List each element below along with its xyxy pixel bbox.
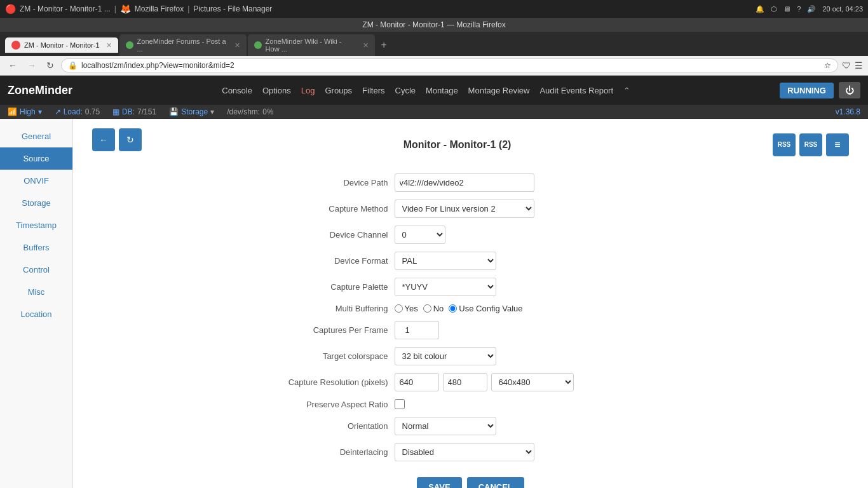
browser-title-bar: ZM - Monitor - Monitor-1 — Mozilla Firef… xyxy=(0,18,868,32)
reload-button[interactable]: ↻ xyxy=(43,58,57,72)
zm-nav: Console Options Log Groups Filters Cycle… xyxy=(222,86,630,95)
tab-close-3[interactable]: ✕ xyxy=(363,41,369,50)
captures-per-frame-input[interactable] xyxy=(395,321,439,339)
save-button[interactable]: SAVE xyxy=(417,477,461,488)
sidebar-item-timestamp[interactable]: Timestamp xyxy=(0,214,72,236)
storage-status[interactable]: 💾 Storage ▾ xyxy=(169,107,214,116)
device-channel-select[interactable]: 0 1 2 3 xyxy=(395,226,445,244)
rss2-button[interactable]: RSS xyxy=(799,133,822,156)
tab-bar: ZM - Monitor - Monitor-1 ✕ ZoneMinder Fo… xyxy=(0,32,868,56)
sidebar-item-control[interactable]: Control xyxy=(0,259,72,281)
tab-close-2[interactable]: ✕ xyxy=(234,41,240,50)
multi-buffering-label: Multi Buffering xyxy=(248,304,388,313)
deinterlacing-row: Deinterlacing Disabled Enabled 4 field B… xyxy=(248,443,693,461)
sidebar: General Source ONVIF Storage Timestamp B… xyxy=(0,119,73,488)
tab-wiki[interactable]: ZoneMinder Wiki - Wiki - How ... ✕ xyxy=(248,34,375,56)
multi-buffering-yes-radio[interactable] xyxy=(395,304,403,313)
preserve-aspect-checkbox[interactable] xyxy=(395,399,405,409)
nav-log[interactable]: Log xyxy=(301,86,315,95)
rss1-button[interactable]: RSS xyxy=(773,133,796,156)
sidebar-item-misc[interactable]: Misc xyxy=(0,281,72,303)
nav-cycle[interactable]: Cycle xyxy=(395,86,416,95)
bookmark-icon[interactable]: ☆ xyxy=(824,61,831,70)
nav-options[interactable]: Options xyxy=(262,86,291,95)
forward-button[interactable]: → xyxy=(24,58,39,72)
new-tab-button[interactable]: + xyxy=(376,39,392,51)
target-colorspace-select[interactable]: 32 bit colour 24 bit colour 8 bit grey xyxy=(395,347,496,365)
capture-resolution-row: Capture Resolution (pixels) 640x480 320x… xyxy=(248,373,693,391)
form-actions: SAVE CANCEL xyxy=(248,477,693,488)
resolution-width-input[interactable] xyxy=(395,373,439,391)
os-display-icon: 🖥 xyxy=(783,5,790,13)
tab-zm-monitor[interactable]: ZM - Monitor - Monitor-1 ✕ xyxy=(5,37,118,53)
multi-buffering-no-label[interactable]: No xyxy=(423,304,444,313)
db-icon: ▦ xyxy=(112,107,119,116)
page-title: Monitor - Monitor-1 (2) xyxy=(403,139,512,150)
target-colorspace-label: Target colorspace xyxy=(248,351,388,361)
nav-groups[interactable]: Groups xyxy=(325,86,352,95)
multi-buffering-config-label[interactable]: Use Config Value xyxy=(449,304,522,313)
list-button[interactable]: ≡ xyxy=(826,133,849,156)
shm-label: /dev/shm: xyxy=(227,107,260,116)
back-page-button[interactable]: ← xyxy=(92,128,115,151)
nav-filters[interactable]: Filters xyxy=(362,86,384,95)
storage-icon: 💾 xyxy=(169,107,179,116)
device-format-select[interactable]: PAL NTSC SECAM xyxy=(395,252,496,270)
os-bluetooth-icon: ⬡ xyxy=(771,5,777,13)
multi-buffering-group: Yes No Use Config Value xyxy=(395,304,523,313)
power-button[interactable]: ⏻ xyxy=(839,82,860,98)
device-path-input[interactable] xyxy=(395,173,534,192)
priority-selector[interactable]: 📶 High ▾ xyxy=(8,107,42,116)
nav-console[interactable]: Console xyxy=(222,86,252,95)
signal-icon: 📶 xyxy=(8,107,17,116)
multi-buffering-no-radio[interactable] xyxy=(423,304,431,313)
sidebar-item-general[interactable]: General xyxy=(0,125,72,147)
tab-label-1: ZM - Monitor - Monitor-1 xyxy=(24,41,100,49)
capture-palette-select[interactable]: *YUYV RGB24 RGB32 YUYV UYVY GREY JPEG xyxy=(395,278,496,296)
target-colorspace-row: Target colorspace 32 bit colour 24 bit c… xyxy=(248,347,693,365)
shield-button[interactable]: 🛡 xyxy=(842,60,851,71)
tab-close-1[interactable]: ✕ xyxy=(106,41,112,50)
deinterlacing-select[interactable]: Disabled Enabled 4 field Bob Weave xyxy=(395,443,534,461)
multi-buffering-config-radio[interactable] xyxy=(449,304,457,313)
cancel-button[interactable]: CANCEL xyxy=(467,477,524,488)
menu-button[interactable]: ☰ xyxy=(855,60,863,71)
preserve-aspect-row: Preserve Aspect Ratio xyxy=(248,399,693,409)
capture-method-select[interactable]: Video For Linux version 2 Video For Linu… xyxy=(395,200,534,218)
resolution-height-input[interactable] xyxy=(443,373,487,391)
tab-forums[interactable]: ZoneMinder Forums - Post a ... ✕ xyxy=(119,34,247,56)
os-bar: 🔴 ZM - Monitor - Monitor-1 ... | 🦊 Mozil… xyxy=(0,0,868,18)
shm-status: /dev/shm: 0% xyxy=(227,107,273,116)
nav-collapse-icon[interactable]: ⌃ xyxy=(623,86,630,95)
os-browser-name: Mozilla Firefox xyxy=(135,4,184,13)
back-button[interactable]: ← xyxy=(5,58,20,72)
url-bar[interactable]: 🔒 localhost/zm/index.php?view=monitor&mi… xyxy=(61,58,838,72)
refresh-page-button[interactable]: ↻ xyxy=(119,128,142,151)
sidebar-item-location[interactable]: Location xyxy=(0,303,72,325)
os-volume-icon: 🔊 xyxy=(807,5,816,13)
sidebar-item-buffers[interactable]: Buffers xyxy=(0,236,72,259)
load-value: 0.75 xyxy=(85,107,100,116)
ff-icon: 🦊 xyxy=(120,4,131,14)
nav-montage[interactable]: Montage xyxy=(426,86,458,95)
running-button[interactable]: RUNNING xyxy=(780,83,834,98)
capture-palette-row: Capture Palette *YUYV RGB24 RGB32 YUYV U… xyxy=(248,278,693,296)
zm-status-bar: 📶 High ▾ ↗ Load: 0.75 ▦ DB: 7/151 💾 Stor… xyxy=(0,105,868,119)
sidebar-item-onvif[interactable]: ONVIF xyxy=(0,170,72,192)
zm-logo: ZoneMinder xyxy=(8,84,72,97)
zm-version: v1.36.8 xyxy=(836,107,860,116)
nav-montage-review[interactable]: Montage Review xyxy=(468,86,530,95)
sidebar-item-source[interactable]: Source xyxy=(0,147,72,170)
nav-bar: ← → ↻ 🔒 localhost/zm/index.php?view=moni… xyxy=(0,56,868,76)
multi-buffering-yes-label[interactable]: Yes xyxy=(395,304,418,313)
monitor-form: Device Path Capture Method Video For Lin… xyxy=(248,173,693,488)
tab-label-2: ZoneMinder Forums - Post a ... xyxy=(137,37,228,53)
capture-resolution-label: Capture Resolution (pixels) xyxy=(248,377,388,387)
nav-audit-events[interactable]: Audit Events Report xyxy=(539,86,613,95)
captures-per-frame-row: Captures Per Frame xyxy=(248,321,693,339)
browser-chrome: ZM - Monitor - Monitor-1 — Mozilla Firef… xyxy=(0,18,868,76)
captures-per-frame-spinner xyxy=(395,321,439,339)
orientation-select[interactable]: Normal Rotate 90° Rotate 180° Rotate 270… xyxy=(395,417,496,435)
sidebar-item-storage[interactable]: Storage xyxy=(0,192,72,214)
resolution-preset-select[interactable]: 640x480 320x240 1280x720 1920x1080 xyxy=(491,373,574,391)
